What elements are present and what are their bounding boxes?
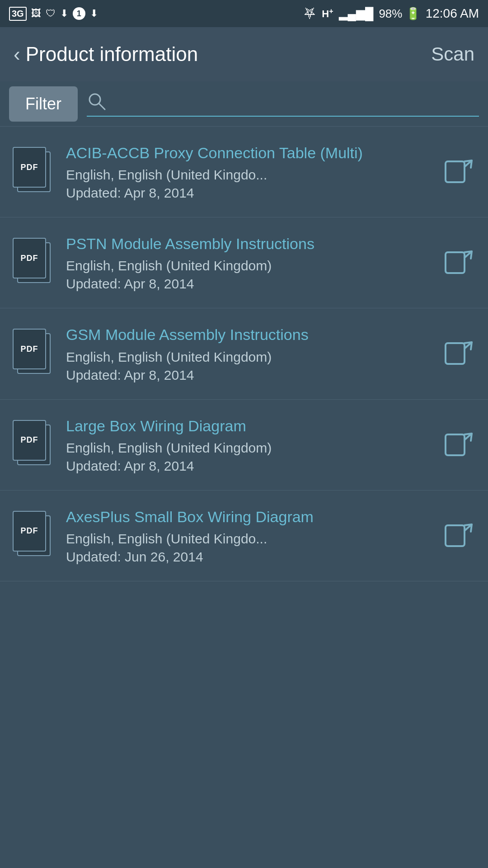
document-language: English, English (United Kingdom) [66,349,431,365]
hplus-icon: H+ [322,7,333,20]
share-button[interactable] [444,246,475,279]
document-list: PDF ACIB-ACCB Proxy Connection Table (Mu… [0,127,488,581]
svg-rect-5 [446,434,465,455]
document-language: English, English (United Kingdom) [66,258,431,274]
document-title: GSM Module Assembly Instructions [66,325,431,344]
document-date: Updated: Jun 26, 2014 [66,549,431,565]
document-info: ACIB-ACCB Proxy Connection Table (Multi)… [66,143,431,201]
svg-rect-2 [446,161,465,182]
time-display: 12:06 AM [426,6,479,21]
document-title: PSTN Module Assembly Instructions [66,234,431,254]
document-language: English, English (United Kingdom) [66,440,431,456]
battery-icon: 98% 🔋 [379,7,420,21]
document-info: Large Box Wiring Diagram English, Englis… [66,416,431,474]
document-date: Updated: Apr 8, 2014 [66,276,431,292]
document-language: English, English (United Kingdo... [66,167,431,183]
svg-rect-3 [446,252,465,273]
pdf-icon: PDF [13,329,53,378]
list-item[interactable]: PDF GSM Module Assembly Instructions Eng… [0,308,488,399]
pdf-icon: PDF [13,511,53,561]
document-info: GSM Module Assembly Instructions English… [66,325,431,382]
bluetooth-icon: ⛧ [304,6,316,21]
status-left-icons: 3G 🖼 🛡 ⬇ 1 ⬇ [9,7,98,21]
share-button[interactable] [444,337,475,370]
svg-line-1 [99,104,105,109]
document-date: Updated: Apr 8, 2014 [66,458,431,474]
back-button[interactable]: ‹ [14,43,20,66]
image-icon: 🖼 [31,8,41,19]
page-title: Product information [26,43,198,66]
pdf-icon: PDF [13,420,53,470]
share-button[interactable] [444,519,475,552]
pdf-icon: PDF [13,147,53,197]
document-info: AxesPlus Small Box Wiring Diagram Englis… [66,507,431,565]
document-date: Updated: Apr 8, 2014 [66,368,431,383]
document-title: ACIB-ACCB Proxy Connection Table (Multi) [66,143,431,163]
signal-icon: ▂▄▆█ [339,7,374,21]
list-item[interactable]: PDF Large Box Wiring Diagram English, En… [0,400,488,491]
3g-icon: 3G [9,7,27,21]
status-right-icons: ⛧ H+ ▂▄▆█ 98% 🔋 12:06 AM [304,6,479,21]
badge-1-icon: 1 [73,7,85,20]
svg-rect-6 [446,525,465,546]
search-input[interactable] [114,93,479,111]
document-date: Updated: Apr 8, 2014 [66,185,431,201]
list-item[interactable]: PDF AxesPlus Small Box Wiring Diagram En… [0,491,488,581]
document-title: AxesPlus Small Box Wiring Diagram [66,507,431,527]
toolbar-left: ‹ Product information [14,43,198,66]
share-button[interactable] [444,155,475,189]
document-title: Large Box Wiring Diagram [66,416,431,436]
filter-button[interactable]: Filter [9,86,78,122]
search-bar: Filter [0,81,488,127]
scan-button[interactable]: Scan [431,43,474,65]
shield-icon: 🛡 [46,8,56,19]
list-item[interactable]: PDF PSTN Module Assembly Instructions En… [0,217,488,308]
document-language: English, English (United Kingdo... [66,531,431,547]
share-button[interactable] [444,428,475,462]
document-info: PSTN Module Assembly Instructions Englis… [66,234,431,292]
download2-icon: ⬇ [90,8,98,19]
search-icon [87,91,107,113]
status-bar: 3G 🖼 🛡 ⬇ 1 ⬇ ⛧ H+ ▂▄▆█ 98% 🔋 12:06 AM [0,0,488,27]
svg-rect-4 [446,343,465,364]
pdf-icon: PDF [13,238,53,288]
search-container [87,91,479,117]
list-item[interactable]: PDF ACIB-ACCB Proxy Connection Table (Mu… [0,127,488,217]
toolbar: ‹ Product information Scan [0,27,488,81]
download-icon: ⬇ [60,8,68,19]
